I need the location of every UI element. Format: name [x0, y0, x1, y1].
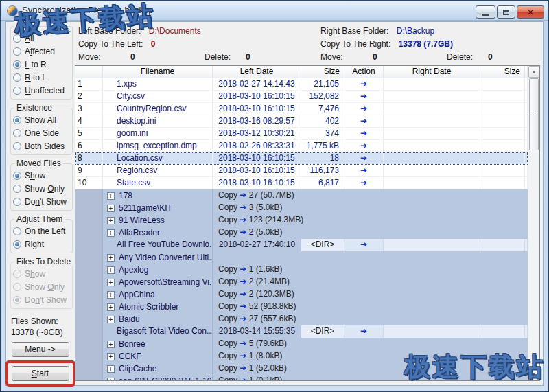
- column-left-date[interactable]: Left Date: [213, 66, 301, 78]
- table-row[interactable]: +Any Video Converter Ulti...: [75, 251, 528, 264]
- cell-rownum: 5: [75, 128, 103, 140]
- table-row[interactable]: +ClipCacheCopy ➔ 1 (52.0kB): [75, 362, 528, 375]
- copy-arrow-icon: ➔: [240, 301, 246, 311]
- cell-left-date: 2018-03-10 16:10:15: [213, 152, 301, 165]
- cell-rownum: [75, 313, 103, 325]
- table-row[interactable]: +BaiduCopy ➔ 27 (557.6kB): [75, 313, 528, 325]
- table-row[interactable]: +91 WireLessCopy ➔ 123 (214.3MB): [75, 214, 528, 227]
- copy-arrow-icon: ➔: [240, 277, 246, 286]
- cell-size-right: [480, 91, 525, 103]
- table-row[interactable]: 6ipmsg_exception.dmp2018-02-26 08:33:311…: [75, 140, 528, 152]
- copy-arrow-icon: ➔: [240, 363, 246, 373]
- table-row[interactable]: +AlfaReaderCopy ➔ 2 (5.0kB): [75, 227, 528, 239]
- radio-label: Affected: [25, 47, 55, 56]
- scrollbar-thumb[interactable]: [529, 78, 539, 150]
- expand-icon[interactable]: +: [107, 303, 115, 311]
- table-row[interactable]: 3CountryRegion.csv2018-03-10 16:10:157,4…: [75, 103, 528, 115]
- cell-size-right: [480, 128, 525, 140]
- radio-all[interactable]: All: [13, 32, 71, 45]
- table-row[interactable]: +178Copy ➔ 27 (50.7MB): [75, 189, 528, 202]
- table-row[interactable]: +ApexlogCopy ➔ 1 (1.6kB): [75, 264, 528, 276]
- cell-action: ➔: [344, 325, 384, 338]
- group-label-show: Show: [14, 21, 39, 31]
- radio-show-all[interactable]: Show All: [13, 113, 71, 126]
- column-right-date[interactable]: Right Date: [384, 66, 480, 78]
- cell-filename: +91 WireLess: [103, 214, 213, 227]
- expand-icon[interactable]: +: [107, 378, 115, 381]
- column-size[interactable]: Size: [301, 66, 344, 78]
- radio-r-to-l[interactable]: R to L: [13, 71, 71, 84]
- group-label-adjust-them: Adjust Them: [14, 214, 65, 224]
- table-row[interactable]: 2City.csv2018-03-10 16:10:15152,082➔: [75, 91, 528, 103]
- table-row[interactable]: 5goom.ini2018-03-12 10:30:21374➔: [75, 128, 528, 140]
- expand-icon[interactable]: +: [107, 365, 115, 373]
- table-row[interactable]: +Apowersoft\Streaming Vi...Copy ➔ 2 (21.…: [75, 276, 528, 288]
- table-row[interactable]: +con.{21EC2020-3AEA-10..Copy ➔ 1 (0.1kB): [75, 375, 528, 380]
- table-row[interactable]: 11.xps2018-02-27 14:14:4321,105➔: [75, 78, 528, 91]
- expand-icon[interactable]: +: [107, 229, 115, 237]
- scroll-down-icon[interactable]: ▼: [528, 369, 539, 380]
- table-row[interactable]: +5211game\KITCopy ➔ 3 (5.0kB): [75, 202, 528, 214]
- right-move-value: 0: [373, 52, 447, 65]
- cell-right-date: [384, 177, 480, 189]
- radio-both-sides[interactable]: Both Sides: [13, 139, 71, 152]
- table-row[interactable]: 9Region.csv2018-03-10 16:10:15116,173➔: [75, 165, 528, 177]
- folder-name: 178: [119, 190, 132, 202]
- menu-button[interactable]: Menu ->: [12, 342, 69, 357]
- copy-arrow-icon: ➔: [360, 240, 367, 249]
- cell-right-date: [384, 325, 480, 338]
- column-action[interactable]: Action: [344, 66, 384, 78]
- minimize-button[interactable]: [476, 5, 495, 19]
- radio-affected[interactable]: Affected: [13, 45, 71, 58]
- expand-icon[interactable]: +: [107, 266, 115, 274]
- table-row[interactable]: All Free YouTube Downlo...2018-02-27 17:…: [75, 239, 528, 251]
- maximize-button[interactable]: [497, 5, 515, 19]
- expand-icon[interactable]: +: [107, 254, 115, 262]
- table-row[interactable]: 4desktop.ini2018-03-16 08:29:57402➔: [75, 115, 528, 128]
- column-rownum[interactable]: [75, 66, 103, 78]
- table-row[interactable]: 10State.csv2018-03-10 16:10:156,817➔: [75, 177, 528, 189]
- vertical-scrollbar[interactable]: ▲ ▼: [528, 66, 539, 380]
- group-label-moved-files: Moved Files: [14, 159, 63, 168]
- radio-on-the-left[interactable]: On the Left: [13, 224, 71, 238]
- cell-rownum: [75, 301, 103, 313]
- table-row[interactable]: 8Location.csv2018-03-10 16:10:1518➔: [75, 152, 528, 165]
- radio-show-only[interactable]: Show Only: [13, 182, 71, 195]
- column-size-right[interactable]: Size: [480, 66, 525, 78]
- close-button[interactable]: ✕: [517, 5, 544, 19]
- table-row[interactable]: +Atomic ScribblerCopy ➔ 52 (918.8kB): [75, 301, 528, 313]
- scroll-up-icon[interactable]: ▲: [528, 66, 539, 78]
- expand-icon[interactable]: +: [107, 205, 115, 212]
- expand-icon[interactable]: +: [107, 279, 115, 286]
- expand-icon[interactable]: +: [107, 192, 115, 200]
- copy-arrow-icon: ➔: [360, 79, 367, 89]
- radio-l-to-r[interactable]: L to R: [13, 58, 71, 71]
- radio-one-side[interactable]: One Side: [13, 126, 71, 139]
- cell-size: 1,775 kB: [301, 140, 344, 152]
- cell-right-date: [384, 103, 480, 115]
- radio-show[interactable]: Show: [13, 169, 71, 182]
- expand-icon[interactable]: +: [107, 341, 115, 348]
- cell-filename: 1.xps: [103, 78, 213, 91]
- copy-arrow-icon: ➔: [240, 351, 246, 360]
- table-row[interactable]: +CCKFCopy ➔ 1 (8.0kB): [75, 350, 528, 362]
- expand-icon[interactable]: +: [107, 316, 115, 323]
- cell-rownum: [75, 214, 103, 227]
- expand-icon[interactable]: +: [107, 353, 115, 360]
- cell-action-info: Copy ➔ 1 (1.6kB): [213, 264, 528, 276]
- cell-action-info: Copy ➔ 1 (0.1kB): [213, 375, 528, 380]
- radio-unaffected[interactable]: Unaffected: [13, 84, 71, 97]
- column-filename[interactable]: Filename: [103, 66, 213, 78]
- group-files-to-delete: Files To DeleteShowShow OnlyDon't Show: [10, 262, 73, 309]
- expand-icon[interactable]: +: [107, 217, 115, 224]
- cell-right-date: [384, 152, 480, 165]
- cell-rownum: [75, 375, 103, 380]
- table-row[interactable]: +BonreeCopy ➔ 5 (79.6kB): [75, 338, 528, 350]
- radio-icon: [13, 60, 21, 69]
- start-button[interactable]: Start: [12, 366, 69, 381]
- radio-right[interactable]: Right: [13, 238, 71, 251]
- table-row[interactable]: Bigasoft Total Video Con...2018-03-14 15…: [75, 325, 528, 338]
- table-row[interactable]: +AppChinaCopy ➔ 2 (120.3MB): [75, 288, 528, 301]
- expand-icon[interactable]: +: [107, 291, 115, 299]
- radio-don-t-show[interactable]: Don't Show: [13, 195, 71, 208]
